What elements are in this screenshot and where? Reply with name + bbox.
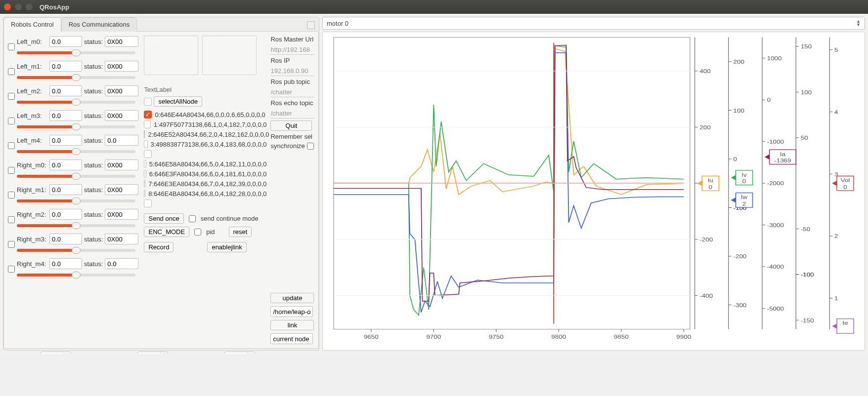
ros-pub-value[interactable]: /chatter bbox=[270, 87, 314, 97]
node-checkbox-8[interactable] bbox=[144, 190, 145, 198]
motor-value-input[interactable] bbox=[49, 184, 82, 195]
svg-text:9650: 9650 bbox=[364, 334, 379, 340]
svg-text:0: 0 bbox=[742, 178, 746, 185]
motor-value-input[interactable] bbox=[49, 258, 82, 269]
motor-status-input[interactable] bbox=[105, 258, 138, 269]
motor-status-input[interactable] bbox=[105, 36, 138, 47]
node-checkbox-0[interactable] bbox=[144, 111, 152, 119]
motor-value-input[interactable] bbox=[49, 36, 82, 47]
svg-text:400: 400 bbox=[699, 68, 710, 75]
svg-text:4: 4 bbox=[834, 109, 838, 116]
svg-text:Iu: Iu bbox=[708, 177, 713, 184]
send-once-button[interactable]: Send once bbox=[144, 213, 183, 224]
select-all-checkbox[interactable] bbox=[144, 98, 152, 106]
svg-text:0: 0 bbox=[709, 184, 712, 191]
svg-text:-3000: -3000 bbox=[767, 222, 784, 229]
pid-checkbox[interactable] bbox=[194, 229, 201, 236]
node-text: 5:646E58A80434,66,5,0,4,182,11,0,0,0,0 bbox=[149, 160, 267, 168]
svg-text:1: 1 bbox=[834, 295, 838, 302]
motor-value-input[interactable] bbox=[49, 135, 82, 146]
status-label: status: bbox=[84, 161, 103, 169]
svg-text:9750: 9750 bbox=[489, 334, 504, 340]
ros-ip-value[interactable]: 192.168.0.90 bbox=[270, 66, 314, 76]
motor-value-input[interactable] bbox=[49, 234, 82, 244]
motor-value-input[interactable] bbox=[49, 209, 82, 220]
svg-text:-1000: -1000 bbox=[767, 139, 784, 145]
node-text: 3:498838773138,66,3,0,4,183,68,0,0,0,0 bbox=[151, 141, 267, 148]
motor-status-input[interactable] bbox=[105, 184, 138, 195]
close-icon[interactable] bbox=[4, 3, 11, 10]
node-checkbox-4[interactable] bbox=[144, 150, 152, 158]
motor-value-input[interactable] bbox=[49, 110, 82, 121]
reset-button[interactable]: reset bbox=[229, 227, 252, 237]
motor-slider-left_m0[interactable] bbox=[17, 51, 135, 54]
enc-mode-button[interactable]: ENC_MODE bbox=[144, 227, 189, 237]
restore-icon[interactable] bbox=[307, 21, 315, 29]
synchronize-checkbox[interactable] bbox=[307, 143, 314, 150]
svg-text:5: 5 bbox=[834, 47, 838, 53]
tab-robots-control[interactable]: Robots Control bbox=[3, 17, 61, 32]
ros-master-label: Ros Master Url bbox=[270, 36, 314, 43]
quit-button[interactable]: Quit bbox=[270, 120, 312, 131]
svg-text:-5000: -5000 bbox=[767, 306, 784, 312]
node-checkbox-5[interactable] bbox=[144, 160, 146, 168]
svg-text:Iw: Iw bbox=[741, 194, 748, 200]
node-text: 8:646E4BA80434,66,8,0,4,182,28,0,0,0,0 bbox=[148, 190, 266, 198]
window-title: QRosApp bbox=[40, 3, 69, 11]
node-checkbox-6[interactable] bbox=[144, 170, 146, 178]
minimize-icon[interactable] bbox=[15, 3, 22, 10]
node-checkbox-1[interactable] bbox=[144, 120, 151, 128]
speed-max-spin[interactable]: ▲▼ bbox=[224, 352, 255, 354]
svg-text:-150: -150 bbox=[801, 317, 814, 323]
status-label: status: bbox=[84, 63, 103, 70]
motor-slider-left_m2[interactable] bbox=[17, 101, 135, 104]
ros-ip-label: Ros IP bbox=[270, 57, 314, 64]
node-checkbox-7[interactable] bbox=[144, 180, 145, 188]
status-label: status: bbox=[84, 38, 103, 45]
motor-slider-right_m3[interactable] bbox=[17, 249, 135, 252]
motor-value-input[interactable] bbox=[49, 85, 82, 96]
update-button[interactable]: update bbox=[270, 293, 314, 303]
motor-status-input[interactable] bbox=[105, 110, 138, 121]
motor-slider-left_m1[interactable] bbox=[17, 76, 135, 79]
node-text: 2:646E52A80434,66,2,0,4,182,162,0,0,0,0 bbox=[148, 131, 269, 138]
tab-ros-communications[interactable]: Ros Communications bbox=[61, 17, 137, 32]
motor-slider-right_m1[interactable] bbox=[17, 199, 135, 202]
svg-text:9900: 9900 bbox=[676, 334, 691, 340]
node-checkbox-2[interactable] bbox=[144, 130, 145, 138]
motor-status-input[interactable] bbox=[105, 61, 138, 72]
motor-value-input[interactable] bbox=[49, 61, 82, 72]
chart-area[interactable]: 965097009750980098509900-400-2000200400-… bbox=[322, 32, 865, 351]
timescale-spin[interactable]: ▲▼ bbox=[41, 352, 71, 354]
motor-status-input[interactable] bbox=[105, 209, 138, 220]
motor-slider-right_m0[interactable] bbox=[17, 175, 135, 178]
motor-status-input[interactable] bbox=[105, 135, 138, 146]
motor-status-input[interactable] bbox=[105, 159, 138, 170]
svg-text:Iv: Iv bbox=[741, 171, 747, 178]
ros-pub-label: Ros pub topic bbox=[270, 78, 314, 85]
motor-slider-left_m4[interactable] bbox=[17, 150, 135, 153]
link-button[interactable]: link bbox=[270, 320, 314, 330]
enablejlink-button[interactable]: enablejlink bbox=[207, 242, 246, 252]
svg-text:-50: -50 bbox=[801, 226, 810, 233]
record-button[interactable]: Record bbox=[144, 242, 174, 252]
node-checkbox-9[interactable] bbox=[144, 199, 152, 207]
interval-spin[interactable]: ▲▼ bbox=[137, 352, 168, 354]
bottom-row-1: Timescale ▲▼ ms interval ms ▲▼ Speed max… bbox=[3, 349, 319, 354]
ros-echo-value[interactable]: /chatter bbox=[270, 109, 314, 119]
ros-master-value[interactable]: http://192.168 bbox=[270, 45, 314, 55]
path-input[interactable] bbox=[270, 306, 313, 317]
node-checkbox-3[interactable] bbox=[144, 140, 147, 148]
motor-value-input[interactable] bbox=[49, 159, 82, 170]
motor-select[interactable]: motor 0 ▲▼ bbox=[322, 17, 865, 30]
motor-slider-right_m4[interactable] bbox=[17, 274, 135, 277]
motor-status-input[interactable] bbox=[105, 234, 138, 244]
svg-text:-1369: -1369 bbox=[774, 158, 791, 164]
motor-slider-right_m2[interactable] bbox=[17, 224, 135, 227]
select-all-node-button[interactable]: selectAllNode bbox=[154, 96, 202, 107]
motor-status-input[interactable] bbox=[105, 85, 138, 96]
send-continue-checkbox[interactable] bbox=[189, 215, 196, 222]
motor-slider-left_m3[interactable] bbox=[17, 125, 135, 128]
maximize-icon[interactable] bbox=[26, 3, 33, 10]
current-node-input[interactable] bbox=[270, 333, 313, 344]
